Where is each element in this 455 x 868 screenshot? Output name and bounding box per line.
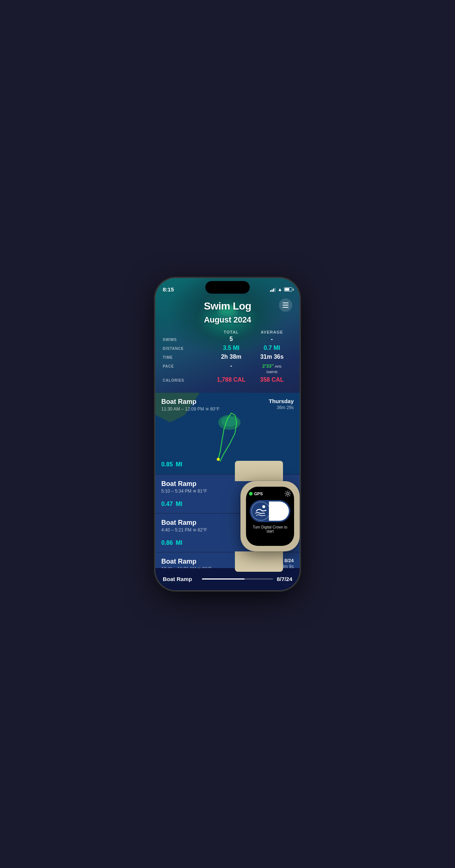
- swim-start-toggle[interactable]: [250, 500, 290, 522]
- swim-time-2: 4:40 – 5:21 PM ≋ 82°F: [161, 527, 207, 533]
- gps-label: GPS: [254, 492, 263, 496]
- distance-average: 0.7 MI: [252, 345, 292, 351]
- svg-point-8: [287, 493, 289, 495]
- distance-label: DISTANCE: [163, 347, 211, 351]
- stats-header: TOTAL AVERAGE: [163, 330, 292, 334]
- stats-row-pace: PACE - 2'33" AVG/100YD: [163, 362, 292, 374]
- watch-screen: GPS: [246, 487, 294, 546]
- stats-row-swims: SWIMS 5 -: [163, 336, 292, 342]
- stats-row-calories: CALORIES 1,788 CAL 358 CAL: [163, 376, 292, 383]
- app-title: Swim Log: [155, 300, 300, 312]
- calories-total: 1,788 CAL: [211, 376, 252, 383]
- dynamic-island: [205, 281, 250, 294]
- swims-average: -: [252, 336, 292, 342]
- tab-date: 8/7/24: [277, 576, 292, 582]
- status-bar: 8:15 ▲: [155, 278, 300, 297]
- watch-body: GPS: [240, 481, 300, 551]
- pace-label: PACE: [163, 364, 211, 368]
- swim-location-3: Boat Ramp: [161, 558, 212, 565]
- svg-point-9: [262, 505, 265, 508]
- swim-location-0: Boat Ramp: [161, 398, 220, 406]
- month-year: August 2024: [155, 315, 300, 325]
- watch-settings-icon[interactable]: [284, 490, 291, 497]
- tab-location: Boat Ramp: [163, 576, 198, 582]
- watch-gps-indicator: GPS: [249, 492, 263, 496]
- swims-total: 5: [211, 336, 252, 342]
- average-header: AVERAGE: [252, 330, 292, 334]
- pace-average: 2'33" AVG/100YD: [252, 363, 292, 374]
- signal-icon: [270, 287, 276, 292]
- watch-band-top: [235, 461, 283, 481]
- time-average: 31m 36s: [252, 354, 292, 360]
- menu-button[interactable]: [279, 298, 292, 312]
- swim-duration-0: 36m 29s: [269, 405, 294, 410]
- swim-icon-circle: [251, 501, 270, 521]
- phone-frame: 8:15 ▲: [155, 278, 300, 590]
- status-icons: ▲: [270, 287, 292, 292]
- swim-time-0: 11:30 AM – 12:09 PM ≋ 80°F: [161, 406, 220, 412]
- tab-progress-bar: [202, 578, 273, 580]
- swim-location-2: Boat Ramp: [161, 519, 207, 527]
- watch-band-bottom: [235, 551, 283, 572]
- wifi-icon: ▲: [277, 287, 282, 292]
- swim-time-1: 5:10 – 5:34 PM ≋ 81°F: [161, 489, 207, 494]
- swims-label: SWIMS: [163, 338, 211, 342]
- watch-instruction: Turn Digital Crown to start: [249, 525, 291, 533]
- battery-icon: [284, 287, 292, 291]
- stats-row-time: TIME 2h 38m 31m 36s: [163, 354, 292, 360]
- swim-location-1: Boat Ramp: [161, 480, 207, 488]
- stats-table: TOTAL AVERAGE SWIMS 5 - DISTANCE 3.5 MI …: [163, 330, 292, 385]
- swim-day-0: Thursday: [269, 398, 294, 404]
- swim-distance-0: 0.85 MI: [161, 457, 182, 469]
- stats-row-distance: DISTANCE 3.5 MI 0.7 MI: [163, 345, 292, 351]
- phone-screen: 8:15 ▲: [155, 278, 300, 590]
- gps-active-dot: [249, 492, 253, 496]
- distance-total: 3.5 MI: [211, 345, 252, 351]
- pace-total: -: [211, 362, 252, 369]
- calories-average: 358 CAL: [252, 376, 292, 383]
- apple-watch: GPS: [229, 465, 300, 568]
- time-label: TIME: [163, 355, 211, 359]
- status-time: 8:15: [163, 286, 174, 293]
- total-header: TOTAL: [211, 330, 252, 334]
- time-total: 2h 38m: [211, 354, 252, 360]
- calories-label: CALORIES: [163, 378, 211, 382]
